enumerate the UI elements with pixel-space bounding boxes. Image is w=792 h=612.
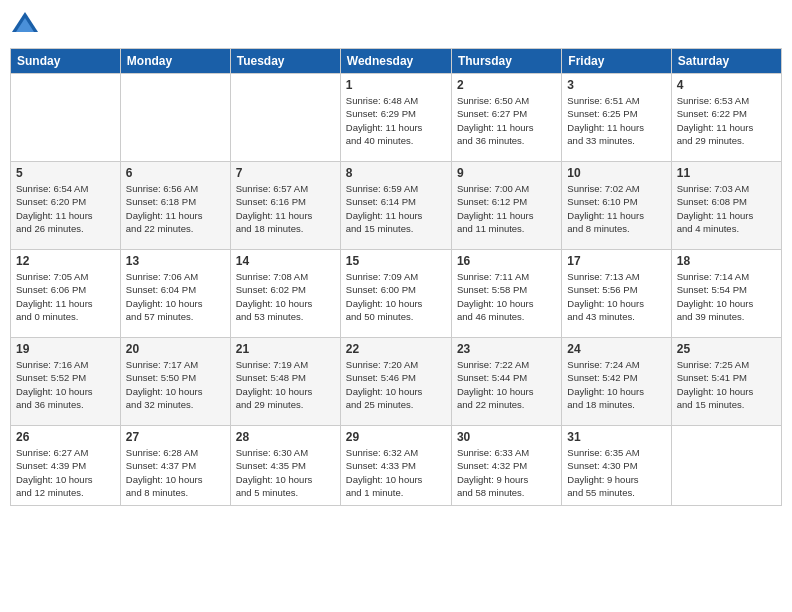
day-number: 15: [346, 254, 446, 268]
day-number: 23: [457, 342, 556, 356]
calendar-header-friday: Friday: [562, 49, 671, 74]
day-number: 20: [126, 342, 225, 356]
calendar-cell: 31Sunrise: 6:35 AM Sunset: 4:30 PM Dayli…: [562, 426, 671, 506]
day-number: 4: [677, 78, 776, 92]
day-number: 12: [16, 254, 115, 268]
calendar-header-thursday: Thursday: [451, 49, 561, 74]
day-info: Sunrise: 6:48 AM Sunset: 6:29 PM Dayligh…: [346, 94, 446, 147]
day-number: 14: [236, 254, 335, 268]
calendar-week-row: 5Sunrise: 6:54 AM Sunset: 6:20 PM Daylig…: [11, 162, 782, 250]
day-number: 28: [236, 430, 335, 444]
calendar-week-row: 26Sunrise: 6:27 AM Sunset: 4:39 PM Dayli…: [11, 426, 782, 506]
day-info: Sunrise: 6:32 AM Sunset: 4:33 PM Dayligh…: [346, 446, 446, 499]
day-info: Sunrise: 7:09 AM Sunset: 6:00 PM Dayligh…: [346, 270, 446, 323]
calendar-cell: 7Sunrise: 6:57 AM Sunset: 6:16 PM Daylig…: [230, 162, 340, 250]
day-number: 13: [126, 254, 225, 268]
calendar-cell: 5Sunrise: 6:54 AM Sunset: 6:20 PM Daylig…: [11, 162, 121, 250]
day-info: Sunrise: 7:16 AM Sunset: 5:52 PM Dayligh…: [16, 358, 115, 411]
day-number: 7: [236, 166, 335, 180]
calendar-cell: [230, 74, 340, 162]
calendar-cell: 14Sunrise: 7:08 AM Sunset: 6:02 PM Dayli…: [230, 250, 340, 338]
day-info: Sunrise: 7:00 AM Sunset: 6:12 PM Dayligh…: [457, 182, 556, 235]
day-info: Sunrise: 6:33 AM Sunset: 4:32 PM Dayligh…: [457, 446, 556, 499]
day-number: 27: [126, 430, 225, 444]
day-info: Sunrise: 7:24 AM Sunset: 5:42 PM Dayligh…: [567, 358, 665, 411]
day-info: Sunrise: 7:03 AM Sunset: 6:08 PM Dayligh…: [677, 182, 776, 235]
calendar-cell: 30Sunrise: 6:33 AM Sunset: 4:32 PM Dayli…: [451, 426, 561, 506]
calendar-cell: 19Sunrise: 7:16 AM Sunset: 5:52 PM Dayli…: [11, 338, 121, 426]
calendar-cell: [11, 74, 121, 162]
day-number: 22: [346, 342, 446, 356]
day-number: 25: [677, 342, 776, 356]
day-number: 5: [16, 166, 115, 180]
calendar-week-row: 1Sunrise: 6:48 AM Sunset: 6:29 PM Daylig…: [11, 74, 782, 162]
day-info: Sunrise: 6:51 AM Sunset: 6:25 PM Dayligh…: [567, 94, 665, 147]
calendar-header-sunday: Sunday: [11, 49, 121, 74]
calendar-cell: 12Sunrise: 7:05 AM Sunset: 6:06 PM Dayli…: [11, 250, 121, 338]
day-info: Sunrise: 6:56 AM Sunset: 6:18 PM Dayligh…: [126, 182, 225, 235]
calendar-cell: [120, 74, 230, 162]
calendar-cell: 13Sunrise: 7:06 AM Sunset: 6:04 PM Dayli…: [120, 250, 230, 338]
day-info: Sunrise: 6:57 AM Sunset: 6:16 PM Dayligh…: [236, 182, 335, 235]
calendar-cell: [671, 426, 781, 506]
calendar-cell: 20Sunrise: 7:17 AM Sunset: 5:50 PM Dayli…: [120, 338, 230, 426]
calendar-header-row: SundayMondayTuesdayWednesdayThursdayFrid…: [11, 49, 782, 74]
calendar-cell: 9Sunrise: 7:00 AM Sunset: 6:12 PM Daylig…: [451, 162, 561, 250]
day-info: Sunrise: 7:02 AM Sunset: 6:10 PM Dayligh…: [567, 182, 665, 235]
day-info: Sunrise: 7:14 AM Sunset: 5:54 PM Dayligh…: [677, 270, 776, 323]
calendar-header-saturday: Saturday: [671, 49, 781, 74]
day-info: Sunrise: 7:13 AM Sunset: 5:56 PM Dayligh…: [567, 270, 665, 323]
day-number: 31: [567, 430, 665, 444]
calendar-cell: 18Sunrise: 7:14 AM Sunset: 5:54 PM Dayli…: [671, 250, 781, 338]
day-info: Sunrise: 6:50 AM Sunset: 6:27 PM Dayligh…: [457, 94, 556, 147]
header: [10, 10, 782, 40]
day-number: 6: [126, 166, 225, 180]
calendar-cell: 17Sunrise: 7:13 AM Sunset: 5:56 PM Dayli…: [562, 250, 671, 338]
calendar-cell: 15Sunrise: 7:09 AM Sunset: 6:00 PM Dayli…: [340, 250, 451, 338]
calendar-week-row: 19Sunrise: 7:16 AM Sunset: 5:52 PM Dayli…: [11, 338, 782, 426]
day-number: 30: [457, 430, 556, 444]
calendar-header-wednesday: Wednesday: [340, 49, 451, 74]
day-number: 10: [567, 166, 665, 180]
calendar-cell: 10Sunrise: 7:02 AM Sunset: 6:10 PM Dayli…: [562, 162, 671, 250]
calendar-cell: 28Sunrise: 6:30 AM Sunset: 4:35 PM Dayli…: [230, 426, 340, 506]
day-info: Sunrise: 6:54 AM Sunset: 6:20 PM Dayligh…: [16, 182, 115, 235]
day-info: Sunrise: 7:22 AM Sunset: 5:44 PM Dayligh…: [457, 358, 556, 411]
calendar-cell: 2Sunrise: 6:50 AM Sunset: 6:27 PM Daylig…: [451, 74, 561, 162]
day-info: Sunrise: 7:11 AM Sunset: 5:58 PM Dayligh…: [457, 270, 556, 323]
day-info: Sunrise: 6:35 AM Sunset: 4:30 PM Dayligh…: [567, 446, 665, 499]
day-info: Sunrise: 6:30 AM Sunset: 4:35 PM Dayligh…: [236, 446, 335, 499]
logo: [10, 10, 44, 40]
calendar-table: SundayMondayTuesdayWednesdayThursdayFrid…: [10, 48, 782, 506]
calendar-cell: 25Sunrise: 7:25 AM Sunset: 5:41 PM Dayli…: [671, 338, 781, 426]
day-info: Sunrise: 6:53 AM Sunset: 6:22 PM Dayligh…: [677, 94, 776, 147]
day-number: 3: [567, 78, 665, 92]
day-info: Sunrise: 6:28 AM Sunset: 4:37 PM Dayligh…: [126, 446, 225, 499]
calendar-cell: 21Sunrise: 7:19 AM Sunset: 5:48 PM Dayli…: [230, 338, 340, 426]
calendar-cell: 26Sunrise: 6:27 AM Sunset: 4:39 PM Dayli…: [11, 426, 121, 506]
calendar-cell: 23Sunrise: 7:22 AM Sunset: 5:44 PM Dayli…: [451, 338, 561, 426]
calendar-cell: 22Sunrise: 7:20 AM Sunset: 5:46 PM Dayli…: [340, 338, 451, 426]
day-number: 16: [457, 254, 556, 268]
calendar-cell: 29Sunrise: 6:32 AM Sunset: 4:33 PM Dayli…: [340, 426, 451, 506]
calendar-cell: 6Sunrise: 6:56 AM Sunset: 6:18 PM Daylig…: [120, 162, 230, 250]
day-info: Sunrise: 7:25 AM Sunset: 5:41 PM Dayligh…: [677, 358, 776, 411]
calendar-cell: 27Sunrise: 6:28 AM Sunset: 4:37 PM Dayli…: [120, 426, 230, 506]
day-info: Sunrise: 7:20 AM Sunset: 5:46 PM Dayligh…: [346, 358, 446, 411]
calendar-cell: 8Sunrise: 6:59 AM Sunset: 6:14 PM Daylig…: [340, 162, 451, 250]
day-info: Sunrise: 6:59 AM Sunset: 6:14 PM Dayligh…: [346, 182, 446, 235]
day-number: 2: [457, 78, 556, 92]
day-info: Sunrise: 7:17 AM Sunset: 5:50 PM Dayligh…: [126, 358, 225, 411]
day-info: Sunrise: 7:08 AM Sunset: 6:02 PM Dayligh…: [236, 270, 335, 323]
calendar-week-row: 12Sunrise: 7:05 AM Sunset: 6:06 PM Dayli…: [11, 250, 782, 338]
day-number: 18: [677, 254, 776, 268]
calendar-cell: 24Sunrise: 7:24 AM Sunset: 5:42 PM Dayli…: [562, 338, 671, 426]
day-info: Sunrise: 7:05 AM Sunset: 6:06 PM Dayligh…: [16, 270, 115, 323]
day-number: 17: [567, 254, 665, 268]
calendar-cell: 4Sunrise: 6:53 AM Sunset: 6:22 PM Daylig…: [671, 74, 781, 162]
day-info: Sunrise: 7:19 AM Sunset: 5:48 PM Dayligh…: [236, 358, 335, 411]
page: SundayMondayTuesdayWednesdayThursdayFrid…: [0, 0, 792, 612]
day-number: 8: [346, 166, 446, 180]
day-number: 26: [16, 430, 115, 444]
day-number: 9: [457, 166, 556, 180]
